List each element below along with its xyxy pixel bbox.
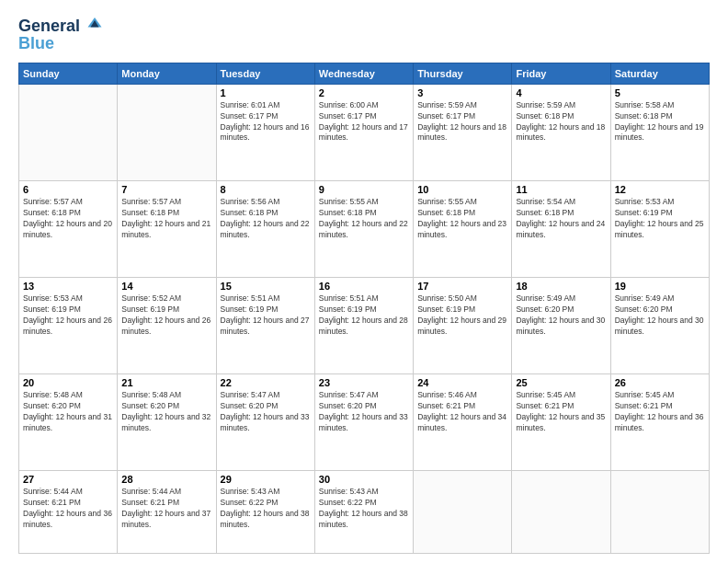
day-info: Sunrise: 5:53 AM Sunset: 6:19 PM Dayligh… <box>23 293 113 338</box>
day-number: 10 <box>417 184 507 195</box>
calendar-cell: 12Sunrise: 5:53 AM Sunset: 6:19 PM Dayli… <box>610 180 709 277</box>
header: General Blue <box>18 15 710 53</box>
day-number: 12 <box>615 184 705 195</box>
calendar-cell: 11Sunrise: 5:54 AM Sunset: 6:18 PM Dayli… <box>512 180 610 277</box>
day-info: Sunrise: 5:58 AM Sunset: 6:18 PM Dayligh… <box>615 100 705 144</box>
logo: General Blue <box>18 15 103 53</box>
calendar-table: SundayMondayTuesdayWednesdayThursdayFrid… <box>18 63 710 554</box>
calendar-cell: 1Sunrise: 6:01 AM Sunset: 6:17 PM Daylig… <box>216 84 314 180</box>
calendar-cell <box>414 471 512 554</box>
calendar-cell: 19Sunrise: 5:49 AM Sunset: 6:20 PM Dayli… <box>610 278 709 374</box>
day-info: Sunrise: 6:01 AM Sunset: 6:17 PM Dayligh… <box>221 100 311 144</box>
day-info: Sunrise: 5:51 AM Sunset: 6:19 PM Dayligh… <box>319 293 409 338</box>
day-number: 14 <box>121 281 211 292</box>
day-header-sunday: Sunday <box>19 63 118 84</box>
calendar-cell: 30Sunrise: 5:43 AM Sunset: 6:22 PM Dayli… <box>314 471 413 554</box>
calendar-cell: 17Sunrise: 5:50 AM Sunset: 6:19 PM Dayli… <box>414 278 512 374</box>
day-number: 27 <box>23 474 113 485</box>
calendar-cell: 24Sunrise: 5:46 AM Sunset: 6:21 PM Dayli… <box>414 374 512 471</box>
calendar-cell <box>610 471 709 554</box>
calendar-cell: 9Sunrise: 5:55 AM Sunset: 6:18 PM Daylig… <box>314 180 413 277</box>
day-number: 18 <box>516 281 606 292</box>
calendar-cell <box>512 471 610 554</box>
day-number: 29 <box>221 474 311 485</box>
day-number: 2 <box>319 87 409 98</box>
day-info: Sunrise: 5:49 AM Sunset: 6:20 PM Dayligh… <box>516 293 606 338</box>
calendar-cell: 22Sunrise: 5:47 AM Sunset: 6:20 PM Dayli… <box>216 374 314 471</box>
day-number: 26 <box>615 377 705 388</box>
day-info: Sunrise: 5:44 AM Sunset: 6:21 PM Dayligh… <box>121 487 211 531</box>
day-info: Sunrise: 5:57 AM Sunset: 6:18 PM Dayligh… <box>121 197 211 241</box>
calendar-cell <box>118 84 216 180</box>
week-row-4: 20Sunrise: 5:48 AM Sunset: 6:20 PM Dayli… <box>19 374 710 471</box>
day-info: Sunrise: 5:47 AM Sunset: 6:20 PM Dayligh… <box>319 390 409 434</box>
calendar-cell: 10Sunrise: 5:55 AM Sunset: 6:18 PM Dayli… <box>414 180 512 277</box>
logo-icon <box>86 15 103 31</box>
day-header-monday: Monday <box>118 63 216 84</box>
calendar-cell: 21Sunrise: 5:48 AM Sunset: 6:20 PM Dayli… <box>118 374 216 471</box>
logo-text: General <box>18 15 103 36</box>
day-number: 28 <box>121 474 211 485</box>
day-headers-row: SundayMondayTuesdayWednesdayThursdayFrid… <box>19 63 710 84</box>
day-header-friday: Friday <box>512 63 610 84</box>
calendar-cell: 26Sunrise: 5:45 AM Sunset: 6:21 PM Dayli… <box>610 374 709 471</box>
day-header-saturday: Saturday <box>610 63 709 84</box>
day-info: Sunrise: 5:57 AM Sunset: 6:18 PM Dayligh… <box>23 197 113 241</box>
week-row-3: 13Sunrise: 5:53 AM Sunset: 6:19 PM Dayli… <box>19 278 710 374</box>
day-header-thursday: Thursday <box>414 63 512 84</box>
day-info: Sunrise: 5:43 AM Sunset: 6:22 PM Dayligh… <box>319 487 409 531</box>
day-info: Sunrise: 5:45 AM Sunset: 6:21 PM Dayligh… <box>516 390 606 434</box>
day-number: 17 <box>417 281 507 292</box>
calendar-cell: 4Sunrise: 5:59 AM Sunset: 6:18 PM Daylig… <box>512 84 610 180</box>
calendar-cell: 29Sunrise: 5:43 AM Sunset: 6:22 PM Dayli… <box>216 471 314 554</box>
day-info: Sunrise: 5:55 AM Sunset: 6:18 PM Dayligh… <box>417 197 507 241</box>
day-number: 23 <box>319 377 409 388</box>
day-info: Sunrise: 6:00 AM Sunset: 6:17 PM Dayligh… <box>319 100 409 144</box>
calendar-cell: 15Sunrise: 5:51 AM Sunset: 6:19 PM Dayli… <box>216 278 314 374</box>
calendar-cell: 7Sunrise: 5:57 AM Sunset: 6:18 PM Daylig… <box>118 180 216 277</box>
day-info: Sunrise: 5:59 AM Sunset: 6:17 PM Dayligh… <box>417 100 507 144</box>
day-info: Sunrise: 5:52 AM Sunset: 6:19 PM Dayligh… <box>121 293 211 338</box>
day-info: Sunrise: 5:51 AM Sunset: 6:19 PM Dayligh… <box>221 293 311 338</box>
calendar-cell: 25Sunrise: 5:45 AM Sunset: 6:21 PM Dayli… <box>512 374 610 471</box>
logo-blue: Blue <box>18 34 103 53</box>
day-number: 11 <box>516 184 606 195</box>
calendar-cell: 18Sunrise: 5:49 AM Sunset: 6:20 PM Dayli… <box>512 278 610 374</box>
day-header-tuesday: Tuesday <box>216 63 314 84</box>
week-row-1: 1Sunrise: 6:01 AM Sunset: 6:17 PM Daylig… <box>19 84 710 180</box>
day-number: 25 <box>516 377 606 388</box>
calendar-cell: 27Sunrise: 5:44 AM Sunset: 6:21 PM Dayli… <box>19 471 118 554</box>
day-info: Sunrise: 5:43 AM Sunset: 6:22 PM Dayligh… <box>221 487 311 531</box>
calendar-cell: 6Sunrise: 5:57 AM Sunset: 6:18 PM Daylig… <box>19 180 118 277</box>
day-number: 19 <box>615 281 705 292</box>
day-info: Sunrise: 5:50 AM Sunset: 6:19 PM Dayligh… <box>417 293 507 338</box>
day-info: Sunrise: 5:45 AM Sunset: 6:21 PM Dayligh… <box>615 390 705 434</box>
day-number: 5 <box>615 87 705 98</box>
day-info: Sunrise: 5:53 AM Sunset: 6:19 PM Dayligh… <box>615 197 705 241</box>
day-number: 1 <box>221 87 311 98</box>
day-number: 16 <box>319 281 409 292</box>
day-info: Sunrise: 5:56 AM Sunset: 6:18 PM Dayligh… <box>221 197 311 241</box>
day-number: 13 <box>23 281 113 292</box>
calendar-cell <box>19 84 118 180</box>
calendar-cell: 8Sunrise: 5:56 AM Sunset: 6:18 PM Daylig… <box>216 180 314 277</box>
day-number: 4 <box>516 87 606 98</box>
day-number: 6 <box>23 184 113 195</box>
calendar-cell: 13Sunrise: 5:53 AM Sunset: 6:19 PM Dayli… <box>19 278 118 374</box>
day-number: 20 <box>23 377 113 388</box>
day-info: Sunrise: 5:47 AM Sunset: 6:20 PM Dayligh… <box>221 390 311 434</box>
day-info: Sunrise: 5:48 AM Sunset: 6:20 PM Dayligh… <box>23 390 113 434</box>
day-info: Sunrise: 5:44 AM Sunset: 6:21 PM Dayligh… <box>23 487 113 531</box>
day-header-wednesday: Wednesday <box>314 63 413 84</box>
calendar-cell: 3Sunrise: 5:59 AM Sunset: 6:17 PM Daylig… <box>414 84 512 180</box>
day-number: 3 <box>417 87 507 98</box>
week-row-2: 6Sunrise: 5:57 AM Sunset: 6:18 PM Daylig… <box>19 180 710 277</box>
calendar-cell: 5Sunrise: 5:58 AM Sunset: 6:18 PM Daylig… <box>610 84 709 180</box>
day-number: 21 <box>121 377 211 388</box>
calendar-cell: 28Sunrise: 5:44 AM Sunset: 6:21 PM Dayli… <box>118 471 216 554</box>
day-number: 9 <box>319 184 409 195</box>
day-info: Sunrise: 5:54 AM Sunset: 6:18 PM Dayligh… <box>516 197 606 241</box>
day-number: 7 <box>121 184 211 195</box>
day-info: Sunrise: 5:48 AM Sunset: 6:20 PM Dayligh… <box>121 390 211 434</box>
day-number: 22 <box>221 377 311 388</box>
